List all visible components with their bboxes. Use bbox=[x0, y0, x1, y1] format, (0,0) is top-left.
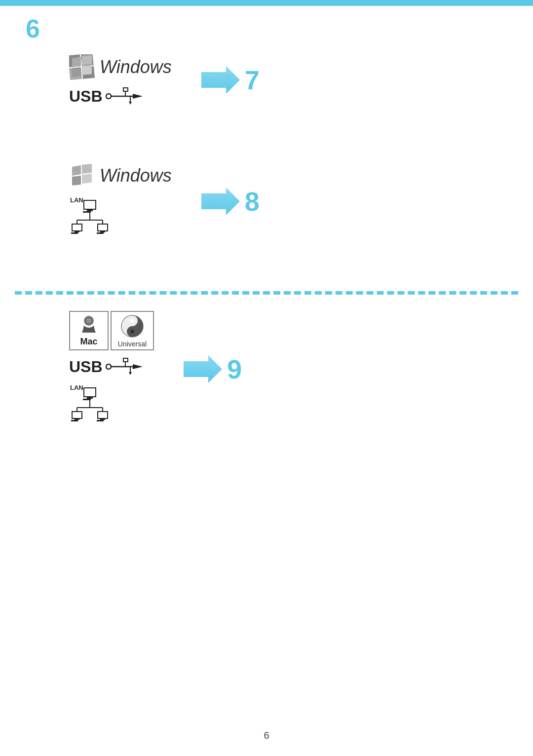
windows-logo-1: Windows bbox=[69, 54, 172, 80]
universal-box: Universal bbox=[111, 311, 154, 350]
svg-marker-26 bbox=[201, 188, 240, 215]
svg-marker-11 bbox=[201, 66, 240, 94]
svg-rect-15 bbox=[83, 211, 91, 213]
section-1-icons: Windows USB bbox=[69, 54, 172, 106]
mac-label: Mac bbox=[80, 337, 97, 347]
svg-marker-41 bbox=[133, 364, 143, 369]
usb-label-3: USB bbox=[69, 358, 103, 376]
mac-box: Mac bbox=[69, 311, 109, 350]
svg-rect-23 bbox=[98, 224, 108, 231]
windows-flag-icon-1 bbox=[69, 54, 95, 80]
svg-rect-13 bbox=[84, 200, 96, 209]
usb-row-1: USB bbox=[69, 87, 145, 106]
svg-rect-53 bbox=[98, 412, 108, 418]
arrow-icon-8 bbox=[201, 187, 241, 216]
arrow-icon-9 bbox=[184, 354, 223, 384]
universal-label: Universal bbox=[118, 340, 147, 348]
usb-row-3: USB bbox=[69, 357, 145, 376]
svg-rect-20 bbox=[75, 231, 79, 232]
arrow-8: 8 bbox=[201, 186, 260, 217]
svg-rect-54 bbox=[100, 418, 105, 420]
arrow-number-9: 9 bbox=[227, 354, 242, 384]
windows-text-2: Windows bbox=[100, 165, 172, 186]
arrow-number-8: 8 bbox=[245, 186, 260, 217]
svg-marker-9 bbox=[129, 102, 132, 105]
section-2-icons: Windows LAN bbox=[69, 163, 172, 240]
windows-text-1: Windows bbox=[100, 57, 172, 77]
svg-rect-51 bbox=[71, 420, 78, 421]
usb-label-1: USB bbox=[69, 87, 103, 106]
page-number-top: 6 bbox=[26, 14, 40, 43]
section-2: Windows LAN bbox=[69, 163, 355, 240]
arrow-9: 9 bbox=[184, 354, 242, 384]
mac-finder-icon bbox=[78, 314, 100, 336]
usb-icon-3 bbox=[106, 357, 145, 376]
svg-marker-40 bbox=[129, 372, 132, 375]
usb-icon-1 bbox=[106, 87, 145, 106]
lan-icon-3: LAN bbox=[69, 383, 118, 427]
svg-rect-45 bbox=[83, 399, 91, 400]
section-3: Mac Universal USB bbox=[69, 311, 355, 427]
section-3-icons: Mac Universal USB bbox=[69, 311, 154, 427]
universal-icon bbox=[120, 314, 145, 339]
windows-flag-icon-2 bbox=[69, 163, 95, 189]
page-number-bottom: 6 bbox=[264, 730, 269, 741]
svg-rect-43 bbox=[84, 388, 96, 397]
svg-rect-24 bbox=[100, 231, 105, 232]
top-bar bbox=[0, 0, 533, 6]
svg-marker-56 bbox=[184, 355, 222, 383]
svg-point-35 bbox=[106, 364, 111, 369]
svg-rect-7 bbox=[123, 88, 128, 91]
svg-rect-38 bbox=[123, 358, 128, 362]
mac-universal-row: Mac Universal bbox=[69, 311, 154, 350]
svg-rect-14 bbox=[87, 209, 93, 211]
section-1: Windows USB bbox=[69, 54, 355, 106]
dashed-separator bbox=[15, 291, 518, 296]
windows-logo-2: Windows bbox=[69, 163, 172, 189]
svg-rect-55 bbox=[97, 420, 104, 421]
svg-point-34 bbox=[130, 330, 134, 334]
svg-rect-50 bbox=[75, 418, 79, 420]
arrow-7: 7 bbox=[201, 65, 260, 95]
svg-text:LAN: LAN bbox=[70, 196, 83, 204]
arrow-icon-7 bbox=[201, 65, 241, 95]
svg-text:LAN: LAN bbox=[70, 384, 83, 391]
svg-rect-44 bbox=[87, 397, 93, 399]
svg-rect-19 bbox=[72, 224, 82, 231]
svg-marker-10 bbox=[133, 94, 143, 99]
svg-rect-49 bbox=[72, 412, 82, 418]
svg-point-4 bbox=[106, 94, 111, 99]
arrow-number-7: 7 bbox=[245, 65, 260, 95]
svg-rect-21 bbox=[71, 232, 78, 234]
svg-point-33 bbox=[130, 319, 134, 323]
lan-icon-2: LAN bbox=[69, 195, 118, 240]
svg-rect-25 bbox=[97, 232, 104, 234]
